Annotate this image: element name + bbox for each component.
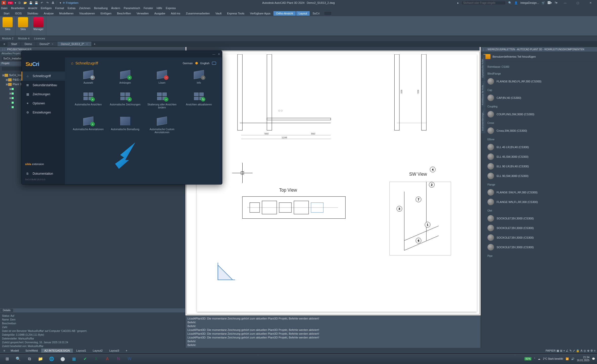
status-btn[interactable]: ✎ [569, 349, 572, 352]
ribtab-apps[interactable]: Verfügbare Apps [247, 11, 273, 16]
menu-fenster[interactable]: Fenster [144, 7, 153, 10]
nav-dokumentation[interactable]: 🗎Dokumentation [22, 169, 65, 178]
saveas-icon[interactable]: 💾 [34, 1, 38, 5]
ltab-a2[interactable]: A2-INTEGADESIGN [41, 349, 73, 353]
ribtab-vault[interactable]: Vault [213, 11, 224, 16]
menu-zeichnen[interactable]: Zeichnen [79, 7, 90, 10]
ribtab-verwalten[interactable]: Verwalten [134, 11, 151, 16]
status-btn[interactable]: ∠ [566, 349, 568, 352]
nav-einstellungen[interactable]: ⚙Einstellungen [22, 108, 65, 117]
status-btn[interactable]: ⤢ [573, 349, 575, 352]
btn-auto-bemassung[interactable]: Automatische Bemaßung [108, 115, 142, 134]
palette-item[interactable]: ELL 45,SW,3000 (CS300) [487, 152, 595, 162]
undo-icon[interactable]: ↶ [40, 1, 44, 5]
onenote-icon[interactable]: N [113, 355, 123, 363]
menu-format[interactable]: Format [55, 7, 64, 10]
palette-item[interactable]: FLANGE BLIND,FL,RF,300 (CS300) [487, 77, 595, 86]
mail-icon[interactable] [212, 62, 216, 65]
ribtab-isos[interactable]: ISOS [12, 11, 24, 16]
close-icon[interactable]: × [86, 42, 88, 46]
ribtab-express[interactable]: Express Tools [225, 11, 247, 16]
save-icon[interactable]: 💾 [29, 1, 33, 5]
ribbon-panel-sikla1[interactable]: Sikla [0, 16, 15, 36]
status-btn[interactable]: ≡ [594, 349, 595, 352]
menu-bemassung[interactable]: Bemaßung [94, 7, 108, 10]
status-btn[interactable]: A [581, 349, 582, 352]
vtab-inst[interactable]: Instrumentierungs... [481, 108, 485, 133]
battery-badge[interactable]: 91% [524, 357, 531, 360]
help-icon[interactable]: ?▾ [555, 1, 558, 5]
open-icon[interactable]: 📂 [23, 1, 27, 5]
btn-skalierung[interactable]: ↔Skalierung aller Ansichten ändern [145, 90, 179, 109]
btn-anhaengen[interactable]: +Anhängen [108, 69, 142, 84]
btn-loesen[interactable]: −Lösen [145, 69, 179, 84]
ribtab-zusammenarbeiten[interactable]: Zusammenarbeiten [183, 11, 212, 16]
sucri-window[interactable]: — ✕ SuCri ⌂Schnellzugriff 〓Sekundärstahl… [21, 51, 222, 185]
vtab-rk[interactable]: Rohrklasse für Rohr... [481, 81, 485, 108]
app-icon[interactable]: A [2, 1, 6, 5]
close-icon[interactable]: × [52, 42, 53, 46]
user-name[interactable]: IntegaDesign... [520, 1, 539, 4]
status-btn[interactable]: ⊕ [587, 349, 589, 352]
palette-item[interactable]: COUPLING,SW,3000 (CS300) [487, 109, 595, 119]
ribtab-ausgabe[interactable]: Ausgabe [152, 11, 168, 16]
close-button[interactable]: ✕ [585, 0, 595, 6]
tray-clock[interactable]: 21:34 16.01.2025 [577, 356, 589, 362]
palette-item[interactable]: FLANGE SW,FL,RF,300 (CS300) [487, 188, 595, 197]
add-doc-button[interactable]: + [92, 41, 97, 47]
cart-icon[interactable]: 🛒 [542, 1, 545, 5]
palette-item[interactable]: SOCKOLET,BV,3000 (CS300) [487, 242, 595, 252]
palette-titlebar[interactable]: ⋮⋮ WERKZEUGPALETTEN - AUTOCAD PLANT 3D -… [481, 47, 597, 52]
palette-vtabs[interactable]: Dynamische Rohrl... Rohrklasse für Rohr.… [481, 55, 485, 353]
edge-icon[interactable]: 🌐 [47, 355, 57, 363]
ribtab-ortho[interactable]: Ortho-Ansicht [273, 11, 295, 16]
btn-auto-annotationen[interactable]: +Automatische Annotationen [71, 115, 105, 134]
share-button[interactable]: ✈ Freigeben [63, 1, 79, 5]
menu-parametrisch[interactable]: Parametrisch [124, 7, 140, 10]
new-icon[interactable]: 🗋 [18, 1, 22, 5]
palette-item[interactable]: ELL 90 LR,BV,40 (CS300) [487, 162, 595, 171]
menu-hilfe[interactable]: Hilfe [157, 7, 162, 10]
search-taskbar-icon[interactable]: 🔍 [13, 355, 23, 363]
apps-icon[interactable]: 🅰▾ [548, 1, 552, 5]
details-tab[interactable]: Details [0, 308, 13, 312]
doc-tab-start[interactable]: Start [8, 42, 20, 46]
palette-item[interactable]: ELL 45 LR,BV,40 (CS300) [487, 142, 595, 152]
status-btn[interactable]: ⊞ [560, 349, 562, 352]
menu-aendern[interactable]: Ändern [111, 7, 120, 10]
chrome-icon[interactable]: ⬤ [58, 355, 68, 363]
windows-taskbar[interactable]: ⊞ 🔍 ⧉ 📁 🌐 ⬤ ▦ ✔ X A N W 91% ˄ ☁ 2°C Star… [0, 353, 597, 364]
maximize-button[interactable]: ▢ [573, 0, 583, 6]
status-btn[interactable]: 🔒 [576, 349, 580, 352]
user-icon[interactable]: 👤 [514, 1, 518, 5]
ribtab-sucri[interactable]: SuCri [310, 11, 322, 16]
status-paper[interactable]: PAPIER [546, 349, 556, 352]
nav-optionen[interactable]: ✶Optionen [22, 99, 65, 108]
nav-sekundaerstahlbau[interactable]: 〓Sekundärstahlbau [22, 81, 65, 90]
redo-icon[interactable]: ↷ [46, 1, 50, 5]
ribtab-visualisieren[interactable]: Visualisieren [77, 11, 97, 16]
weather-icon[interactable]: ☁ [538, 357, 540, 360]
ribbon-panel-sikla2[interactable]: Sikla [15, 16, 31, 36]
lang-german[interactable]: German [183, 62, 193, 65]
excel-icon[interactable]: X [91, 355, 101, 363]
word-icon[interactable]: W [124, 355, 135, 363]
ribtab-layout[interactable]: Layout [296, 11, 310, 16]
menu-datei[interactable]: Datei [1, 7, 8, 10]
palette-item[interactable]: SOCKOLET,BV,3000 (CS300) [487, 214, 595, 223]
taskview-icon[interactable]: ⧉ [24, 355, 34, 363]
start-button[interactable]: ⊞ [2, 355, 12, 363]
drawing-area[interactable]: 550 550 1106 326 326 Top View [186, 52, 480, 314]
status-btn[interactable]: ▦ [557, 349, 559, 352]
command-history[interactable]: Licad4Plant3D: Die momentane Zeichnung g… [185, 316, 481, 348]
sucri-minimize-button[interactable]: — [212, 53, 215, 56]
menu-einfuegen[interactable]: Einfügen [41, 7, 52, 10]
status-btn[interactable]: ⌖ [563, 349, 565, 352]
ribtab-stahlbau[interactable]: Stahlbau [25, 11, 41, 16]
palette-item[interactable]: CAP,BV,40 (CS300) [487, 93, 595, 103]
minimize-button[interactable]: — [560, 0, 570, 6]
btn-auswahl[interactable]: 🔍Auswahl [71, 69, 105, 84]
ribbon-app-switcher[interactable] [324, 11, 332, 15]
app-icon[interactable]: ▦ [69, 355, 79, 363]
panel-tab-licences[interactable]: Licences [34, 37, 45, 40]
